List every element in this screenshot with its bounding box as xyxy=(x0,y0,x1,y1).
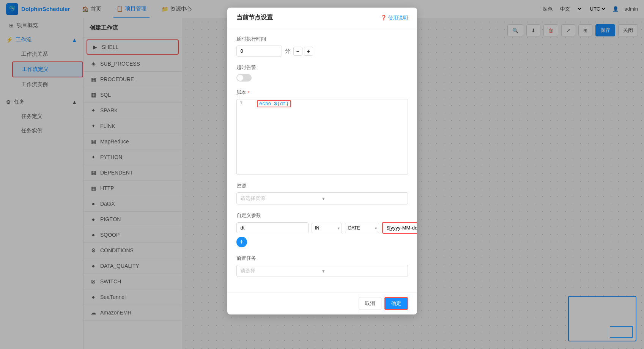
pre-task-label: 前置任务 xyxy=(236,255,408,262)
confirm-button[interactable]: 确定 xyxy=(384,297,408,310)
modal-title: 当前节点设置 xyxy=(236,14,273,22)
modal-footer: 取消 确定 xyxy=(227,292,417,314)
script-required: * xyxy=(248,90,250,96)
pre-task-arrow-icon: ▾ xyxy=(322,268,404,274)
code-content-1: echo ${dt} xyxy=(251,100,291,107)
resource-form-item: 资源 请选择资源 ▾ xyxy=(236,182,408,204)
script-label: 脚本 * xyxy=(236,89,408,96)
timeout-form-item: 超时告警 xyxy=(236,64,408,82)
param-value-input[interactable] xyxy=(382,222,417,234)
timeout-label: 超时告警 xyxy=(236,64,408,71)
delay-decrement-button[interactable]: − xyxy=(293,47,302,56)
param-type-wrapper: DATE STRING INTEGER ▾ xyxy=(345,223,379,233)
modal-header: 当前节点设置 ❓ 使用说明 xyxy=(227,8,417,28)
code-line-1: 1 echo ${dt} xyxy=(237,99,408,108)
delay-increment-button[interactable]: + xyxy=(304,47,313,56)
pre-task-form-item: 前置任务 请选择 ▾ xyxy=(236,255,408,277)
delay-input[interactable] xyxy=(236,46,282,57)
line-number-1: 1 xyxy=(240,100,251,107)
param-name-input[interactable] xyxy=(236,222,309,233)
resource-label: 资源 xyxy=(236,182,408,189)
param-direction-wrapper: IN OUT ▾ xyxy=(312,223,342,233)
resource-placeholder: 请选择资源 xyxy=(241,195,322,202)
node-settings-modal: 当前节点设置 ❓ 使用说明 延时执行时间 分 − + xyxy=(227,8,417,314)
custom-param-form-item: 自定义参数 IN OUT ▾ DATE STRING xyxy=(236,212,408,247)
help-icon: ❓ xyxy=(381,15,387,20)
param-direction-select[interactable]: IN OUT xyxy=(312,223,342,233)
code-empty-space xyxy=(237,108,408,169)
script-form-item: 脚本 * 1 echo ${dt} xyxy=(236,89,408,175)
cancel-button[interactable]: 取消 xyxy=(359,297,381,310)
pre-task-placeholder: 请选择 xyxy=(241,267,322,274)
help-label: 使用说明 xyxy=(388,14,408,21)
resource-arrow-icon: ▾ xyxy=(322,196,404,201)
add-param-button[interactable]: + xyxy=(236,237,247,247)
delay-buttons: − + xyxy=(293,47,313,56)
resource-select[interactable]: 请选择资源 ▾ xyxy=(236,192,408,204)
code-editor[interactable]: 1 echo ${dt} xyxy=(236,99,408,175)
pre-task-select[interactable]: 请选择 ▾ xyxy=(236,265,408,277)
code-text: echo ${dt} xyxy=(259,101,289,107)
delay-unit: 分 xyxy=(285,48,290,55)
param-row-0: IN OUT ▾ DATE STRING INTEGER ▾ xyxy=(236,222,408,234)
toggle-knob xyxy=(237,75,243,81)
help-link[interactable]: ❓ 使用说明 xyxy=(381,14,408,21)
custom-param-label: 自定义参数 xyxy=(236,212,408,219)
delay-input-group: 分 − + xyxy=(236,46,408,57)
delay-label: 延时执行时间 xyxy=(236,36,408,42)
delay-form-item: 延时执行时间 分 − + xyxy=(236,36,408,57)
modal-body: 延时执行时间 分 − + 超时告警 xyxy=(227,28,417,292)
modal-overlay: 当前节点设置 ❓ 使用说明 延时执行时间 分 − + xyxy=(0,0,644,349)
timeout-toggle[interactable] xyxy=(236,74,252,82)
param-type-select[interactable]: DATE STRING INTEGER xyxy=(345,223,379,233)
code-highlight: echo ${dt} xyxy=(257,100,291,107)
